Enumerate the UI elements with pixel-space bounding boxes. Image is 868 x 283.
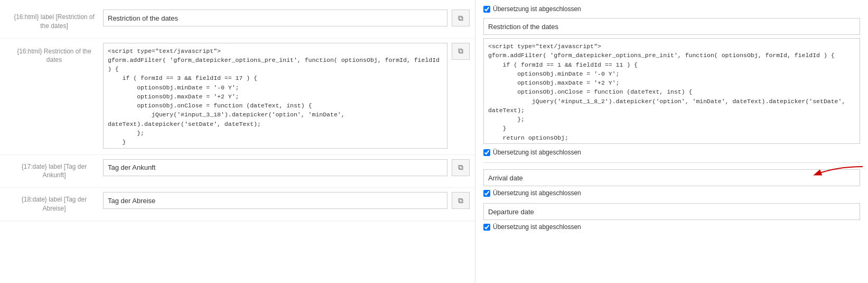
row-departure-label: {18:date} label [Tag der Abreise] ⧉	[0, 188, 475, 221]
arrival-label-input[interactable]	[103, 159, 447, 176]
right-restriction-input[interactable]	[483, 18, 860, 35]
departure-label-input[interactable]	[103, 192, 447, 209]
section-2-checkbox[interactable]	[483, 190, 490, 197]
copy-icon-1: ⧉	[458, 14, 463, 23]
row-label-2: {16:html} Restriction of the dates	[5, 43, 103, 68]
right-section-1: <script type="text/javascript"> gform.ad…	[483, 18, 860, 156]
section-2-completed-row: Übersetzung ist abgeschlossen	[483, 189, 860, 197]
left-panel: {16:html} label [Restriction of the date…	[0, 0, 475, 283]
section-3-checkbox[interactable]	[483, 224, 490, 231]
section-3-completed-row: Übersetzung ist abgeschlossen	[483, 223, 860, 231]
top-completed-checkbox[interactable]	[483, 6, 490, 13]
top-completed-row: Übersetzung ist abgeschlossen	[483, 5, 860, 13]
textarea-container-2: <script type="text/javascript"> gform.ad…	[103, 43, 447, 150]
row-label-3: {17:date} label [Tag der Ankunft]	[5, 159, 103, 184]
top-completed-label: Übersetzung ist abgeschlossen	[493, 5, 581, 13]
row-restriction-label: {16:html} label [Restriction of the date…	[0, 5, 475, 39]
row-label-1: {16:html} label [Restriction of the date…	[5, 10, 103, 34]
row-restriction-code: {16:html} Restriction of the dates <scri…	[0, 39, 475, 155]
copy-button-2[interactable]: ⧉	[452, 43, 470, 60]
copy-icon-2: ⧉	[458, 47, 463, 56]
main-container: {16:html} label [Restriction of the date…	[0, 0, 868, 283]
copy-button-4[interactable]: ⧉	[452, 192, 470, 209]
row-label-4: {18:date} label [Tag der Abreise]	[5, 192, 103, 216]
restriction-label-input[interactable]	[103, 10, 447, 26]
right-panel: Übersetzung ist abgeschlossen <script ty…	[475, 0, 868, 283]
copy-icon-3: ⧉	[458, 163, 463, 172]
right-arrival-input[interactable]	[483, 169, 860, 186]
row-input-area-3: ⧉	[103, 159, 470, 176]
copy-icon-4: ⧉	[458, 196, 463, 205]
row-arrival-label: {17:date} label [Tag der Ankunft] ⧉	[0, 155, 475, 188]
right-section-2: Übersetzung ist abgeschlossen	[483, 162, 860, 197]
copy-button-3[interactable]: ⧉	[452, 159, 470, 176]
section-1-completed-row: Übersetzung ist abgeschlossen	[483, 149, 860, 156]
copy-button-1[interactable]: ⧉	[452, 10, 470, 26]
right-restriction-textarea[interactable]: <script type="text/javascript"> gform.ad…	[483, 38, 860, 144]
section-2-completed-label: Übersetzung ist abgeschlossen	[493, 189, 581, 197]
section-1-completed-label: Übersetzung ist abgeschlossen	[493, 149, 581, 156]
restriction-code-textarea[interactable]: <script type="text/javascript"> gform.ad…	[103, 43, 447, 149]
row-input-area-4: ⧉	[103, 192, 470, 209]
right-departure-input[interactable]	[483, 203, 860, 220]
section-1-checkbox[interactable]	[483, 149, 490, 156]
right-section-3: Übersetzung ist abgeschlossen	[483, 203, 860, 231]
row-input-area-1: ⧉	[103, 10, 470, 26]
row-input-area-2: <script type="text/javascript"> gform.ad…	[103, 43, 470, 150]
section-3-completed-label: Übersetzung ist abgeschlossen	[493, 223, 581, 231]
